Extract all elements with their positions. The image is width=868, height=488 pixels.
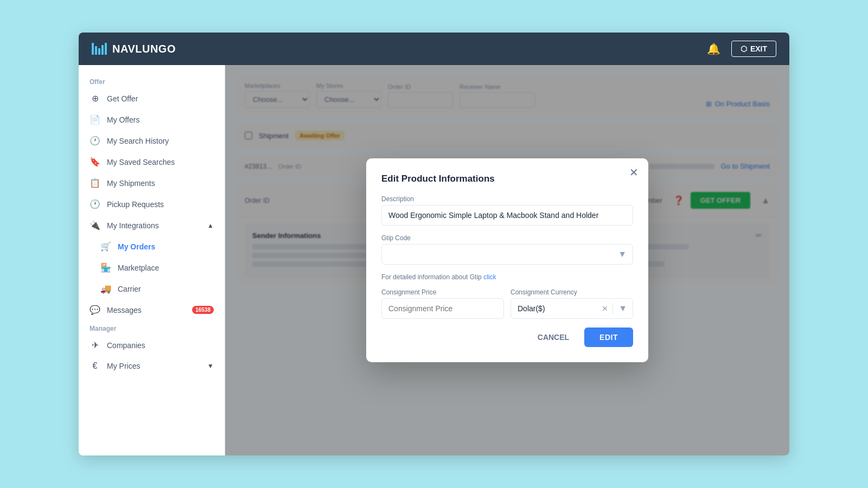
description-label: Description [381,195,633,203]
gtip-hint: For detailed information about Gtip clic… [381,273,633,281]
sidebar-item-my-saved-searches[interactable]: 🔖 My Saved Searches [79,151,225,172]
currency-clear-button[interactable]: ✕ [597,304,612,313]
document-icon: 📄 [90,114,100,125]
sidebar-item-messages[interactable]: 💬 Messages 16538 [79,299,225,320]
gtip-select[interactable] [381,244,633,265]
logo-icon [92,43,107,55]
modal-title: Edit Product Informations [381,174,633,184]
cancel-button[interactable]: CANCEL [529,328,578,347]
gtip-label: Gtip Code [381,234,633,242]
truck-icon: 🚚 [100,284,111,294]
exit-button[interactable]: ⬡ EXIT [731,41,776,57]
sidebar-item-my-shipments[interactable]: 📋 My Shipments [79,172,225,194]
gtip-click-link[interactable]: click [483,273,496,281]
list-icon: 📋 [90,178,100,188]
sidebar-section-manager: Manager [79,320,225,335]
clock-icon: 🕐 [90,136,100,146]
sidebar-item-my-search-history[interactable]: 🕐 My Search History [79,130,225,151]
plus-circle-icon: ⊕ [90,93,100,104]
sidebar: Offer ⊕ Get Offer 📄 My Offers 🕐 My Searc… [79,65,225,455]
consignment-price-input[interactable] [381,298,504,319]
consignment-currency-group: Consignment Currency Dolar($) ✕ ▼ [510,288,633,319]
logo-text: NAVLUNGO [112,43,176,55]
logo: NAVLUNGO [92,43,176,55]
modal-close-button[interactable]: ✕ [629,167,639,178]
consignment-currency-label: Consignment Currency [510,288,633,296]
sidebar-section-offer: Offer [79,74,225,88]
sidebar-item-carrier[interactable]: 🚚 Carrier [90,278,225,299]
integrations-icon: 🔌 [90,220,100,230]
description-input[interactable] [381,205,633,226]
gtip-select-wrap: ▼ [381,244,633,265]
messages-badge: 16538 [192,306,214,314]
sidebar-item-get-offer[interactable]: ⊕ Get Offer [79,88,225,109]
store-icon: 🏪 [100,262,111,273]
price-currency-row: Consignment Price Consignment Currency D… [381,288,633,319]
currency-chevron-icon[interactable]: ▼ [613,304,633,313]
consignment-price-group: Consignment Price [381,288,504,319]
edit-product-modal: Edit Product Informations ✕ Description … [366,158,648,362]
header-right: 🔔 ⬡ EXIT [707,41,776,57]
sidebar-item-my-integrations[interactable]: 🔌 My Integrations ▲ [79,215,225,236]
modal-overlay[interactable]: Edit Product Informations ✕ Description … [225,65,789,455]
euro-icon: € [90,361,100,371]
sidebar-item-my-orders[interactable]: 🛒 My Orders [90,236,225,257]
prices-chevron-icon: ▼ [207,362,214,370]
pickup-icon: 🕐 [90,199,100,209]
consignment-price-label: Consignment Price [381,288,504,296]
exit-icon: ⬡ [741,44,747,53]
companies-icon: ✈ [90,340,100,350]
sidebar-item-my-offers[interactable]: 📄 My Offers [79,109,225,130]
cart-icon: 🛒 [100,241,111,252]
sidebar-item-pickup-requests[interactable]: 🕐 Pickup Requests [79,194,225,215]
notification-bell[interactable]: 🔔 [707,42,720,55]
currency-wrap: Dolar($) ✕ ▼ [510,298,633,319]
integrations-chevron-icon: ▲ [207,222,214,229]
currency-value-display: Dolar($) [511,299,597,318]
sidebar-item-my-prices[interactable]: € My Prices ▼ [79,356,225,376]
edit-button[interactable]: EDIT [584,328,633,347]
messages-icon: 💬 [90,305,100,315]
main-content-area: Marketplaces Choose... My Stores Choose.… [225,65,789,455]
bookmark-icon: 🔖 [90,157,100,167]
sidebar-item-companies[interactable]: ✈ Companies [79,335,225,356]
gtip-group: Gtip Code ▼ [381,234,633,265]
app-header: NAVLUNGO 🔔 ⬡ EXIT [79,33,789,65]
description-group: Description [381,195,633,226]
modal-actions: CANCEL EDIT [381,328,633,347]
sidebar-item-marketplace[interactable]: 🏪 Marketplace [90,257,225,278]
